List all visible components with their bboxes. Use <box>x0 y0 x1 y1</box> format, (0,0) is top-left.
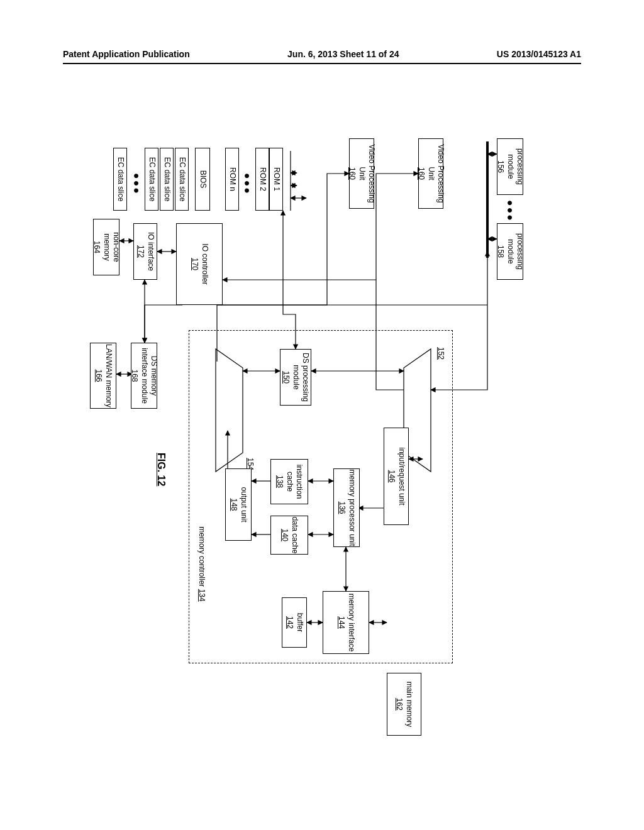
rom-n: ROM n <box>225 148 239 211</box>
ec-data-slice-1: EC data slice <box>175 148 189 211</box>
ds-memory-interface-module: DS memory interface module168 <box>131 343 157 409</box>
ellipsis-icon: ●●● <box>131 173 142 195</box>
non-core-memory: non-core memory164 <box>93 219 119 275</box>
memory-interface: memory interface144 <box>323 591 369 654</box>
rom-2: ROM 2 <box>255 148 269 211</box>
figure-label: FIG. 12 <box>155 453 167 486</box>
ec-data-slice-3: EC data slice <box>145 148 158 211</box>
figure-12-diagram: memory controller 134 processing module1… <box>0 113 560 585</box>
ec-data-slice-n: EC data slice <box>113 148 127 211</box>
processing-module-1: processing module156 <box>497 138 523 195</box>
header-right: US 2013/0145123 A1 <box>497 49 581 59</box>
mux-152-label: 152 <box>436 347 445 360</box>
data-cache: data cache140 <box>270 516 308 555</box>
header-left: Patent Application Publication <box>63 49 190 59</box>
video-processing-unit: Video Processing Unit160 <box>418 138 443 209</box>
output-unit: output unit148 <box>225 468 252 541</box>
buffer: buffer142 <box>282 597 307 648</box>
ec-data-slice-2: EC data slice <box>160 148 174 211</box>
header-center: Jun. 6, 2013 Sheet 11 of 24 <box>287 49 399 59</box>
lan-wan-memory: LAN/WAN memory166 <box>90 343 116 409</box>
instruction-cache: instruction cache138 <box>270 459 308 504</box>
io-interface: IO interface172 <box>133 223 157 280</box>
page-header: Patent Application Publication Jun. 6, 2… <box>63 45 581 64</box>
memory-controller-label: memory controller 134 <box>197 511 206 617</box>
io-controller: IO controller170 <box>176 223 223 305</box>
processing-module-2: processing module158 <box>497 223 523 280</box>
ellipsis-icon: ●●● <box>242 173 253 195</box>
ds-processing-module: DS processing module150 <box>280 349 311 406</box>
input-request-unit: input/request unit146 <box>384 428 409 525</box>
main-memory: main memory162 <box>387 673 421 736</box>
bios: BIOS <box>195 148 210 211</box>
memory-processor-unit: memory processor unit136 <box>333 468 360 547</box>
ellipsis-icon: ●●● <box>504 200 516 222</box>
rom-1: ROM 1 <box>269 148 283 211</box>
video-processing-unit-2: Video Processing Unit160 <box>349 138 374 209</box>
